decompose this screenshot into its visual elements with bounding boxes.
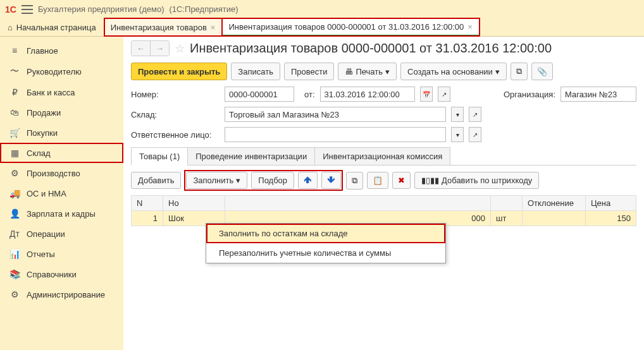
bag-icon: 🛍 (9, 107, 20, 118)
forward-button[interactable]: → (150, 41, 169, 56)
paste-button[interactable]: 📋 (367, 172, 388, 189)
person-icon: 👤 (9, 208, 20, 219)
barchart-icon: 📊 (9, 249, 20, 259)
back-button[interactable]: ← (132, 41, 150, 56)
chart-icon: 〜 (9, 66, 20, 77)
gear-icon: ⚙ (9, 289, 20, 299)
sidebar-item-label: Покупки (27, 128, 58, 138)
logo-1c: 1С (5, 4, 16, 15)
sidebar-item-admin[interactable]: ⚙Администрирование (0, 284, 123, 305)
pick-button[interactable]: Подбор (251, 172, 294, 189)
open-icon[interactable]: ↗ (469, 127, 481, 142)
move-down-button[interactable]: 🡻 (321, 172, 341, 189)
sidebar-item-label: Администрирование (27, 290, 105, 299)
ruble-icon: ₽ (9, 87, 20, 97)
sidebar-item-label: ОС и НМА (27, 189, 66, 198)
list-icon: ≡ (9, 45, 20, 56)
date-field[interactable] (320, 87, 415, 102)
books-icon: 📚 (9, 269, 20, 279)
print-button[interactable]: 🖶Печать▾ (338, 63, 397, 80)
chevron-down-icon: ▾ (385, 67, 390, 76)
sidebar-item-assets[interactable]: 🚚ОС и НМА (0, 183, 123, 203)
content: ← → ☆ Инвентаризация товаров 0000-000001… (123, 37, 644, 350)
link-button[interactable]: ⧉ (511, 63, 528, 80)
warehouse-label: Склад: (131, 110, 220, 119)
tab-goods[interactable]: Товары (1) (131, 147, 188, 166)
responsible-label: Ответственное лицо: (131, 130, 220, 140)
print-label: Печать (356, 67, 383, 76)
from-label: от: (304, 90, 315, 99)
sidebar-item-manager[interactable]: 〜Руководителю (0, 61, 123, 82)
close-icon[interactable]: × (211, 23, 216, 32)
cell-deviation (523, 211, 586, 226)
sidebar-item-label: Справочники (27, 270, 77, 279)
tab-inventory-doc[interactable]: Инвентаризация товаров 0000-000001 от 31… (222, 18, 479, 36)
home-icon: ⌂ (8, 23, 13, 32)
sidebar-item-label: Зарплата и кадры (27, 209, 96, 219)
menu-icon[interactable] (22, 5, 33, 14)
cell-price: 150 (586, 211, 636, 226)
post-close-button[interactable]: Провести и закрыть (131, 63, 227, 80)
close-icon[interactable]: × (468, 22, 473, 32)
org-field[interactable] (560, 87, 636, 102)
tabbar: ⌂ Начальная страница Инвентаризация това… (0, 18, 644, 37)
home-tab[interactable]: ⌂ Начальная страница (0, 18, 104, 36)
sidebar-item-operations[interactable]: ДтОперации (0, 224, 123, 244)
chevron-down-icon[interactable]: ▾ (451, 107, 464, 122)
fill-button[interactable]: Заполнить ▾ (186, 172, 247, 189)
cell-unit: шт (491, 211, 523, 226)
add-row-button[interactable]: Добавить (131, 172, 181, 189)
star-icon[interactable]: ☆ (175, 42, 185, 56)
tab-label: Инвентаризация товаров (111, 23, 207, 32)
sidebar-item-main[interactable]: ≡Главное (0, 40, 123, 61)
app-title: Бухгалтерия предприятия (демо) (38, 4, 164, 14)
copy-button[interactable]: ⧉ (346, 172, 363, 190)
barcode-button[interactable]: ▮▯▮▮ Добавить по штрихкоду (414, 172, 539, 189)
fill-by-stock-item[interactable]: Заполнить по остаткам на складе (206, 224, 445, 243)
grid-icon: ▦ (9, 148, 20, 158)
attach-button[interactable]: 📎 (531, 63, 553, 80)
sidebar-item-warehouse[interactable]: ▦Склад (0, 143, 123, 163)
sidebar-item-reports[interactable]: 📊Отчеты (0, 244, 123, 264)
sidebar-item-purchases[interactable]: 🛒Покупки (0, 123, 123, 143)
sidebar-item-bank[interactable]: ₽Банк и касса (0, 82, 123, 102)
col-name: Но (163, 196, 225, 211)
sidebar-item-salary[interactable]: 👤Зарплата и кадры (0, 203, 123, 224)
warehouse-field[interactable] (225, 107, 446, 122)
sidebar-item-label: Главное (27, 46, 58, 56)
home-label: Начальная страница (16, 23, 96, 32)
tab-commission[interactable]: Инвентаризационная комиссия (314, 147, 450, 165)
delete-row-button[interactable]: ✖ (392, 172, 411, 189)
platform-title: (1С:Предприятие) (169, 4, 238, 14)
sidebar-item-label: Операции (27, 229, 65, 239)
post-button[interactable]: Провести (284, 63, 335, 80)
move-up-button[interactable]: 🡹 (298, 172, 318, 189)
titlebar: 1С Бухгалтерия предприятия (демо) (1С:Пр… (0, 0, 644, 18)
sidebar-item-label: Производство (27, 169, 80, 178)
create-based-button[interactable]: Создать на основании▾ (400, 63, 507, 80)
tab-inventory-list[interactable]: Инвентаризация товаров × (104, 18, 223, 36)
sidebar-item-label: Руководителю (27, 67, 82, 76)
org-label: Организация: (504, 90, 555, 99)
toolbar: Провести и закрыть Записать Провести 🖶Пе… (131, 63, 636, 80)
col-price: Цена (586, 196, 636, 211)
save-button[interactable]: Записать (231, 63, 280, 80)
cell-n: 1 (132, 211, 163, 226)
number-field[interactable] (225, 87, 294, 102)
sidebar-item-catalogs[interactable]: 📚Справочники (0, 264, 123, 284)
sidebar-item-label: Отчеты (27, 250, 55, 259)
open-icon[interactable]: ↗ (438, 87, 450, 102)
create-based-label: Создать на основании (407, 67, 493, 76)
sidebar-item-production[interactable]: ⚙Производство (0, 163, 123, 183)
inner-tabs: Товары (1) Проведение инвентаризации Инв… (131, 147, 636, 166)
open-icon[interactable]: ↗ (469, 107, 481, 122)
sidebar-item-sales[interactable]: 🛍Продажи (0, 102, 123, 123)
responsible-field[interactable] (225, 127, 446, 142)
refill-qty-item[interactable]: Перезаполнить учетные количества и суммы (206, 243, 445, 263)
col-n: N (132, 196, 163, 211)
calendar-icon[interactable]: 📅 (420, 87, 433, 102)
sidebar-item-label: Продажи (27, 108, 61, 118)
goods-table: N Но Отклонение Цена 1 Шок 000 шт 150 (131, 195, 636, 226)
chevron-down-icon[interactable]: ▾ (451, 127, 464, 142)
tab-conducting[interactable]: Проведение инвентаризации (187, 147, 315, 165)
